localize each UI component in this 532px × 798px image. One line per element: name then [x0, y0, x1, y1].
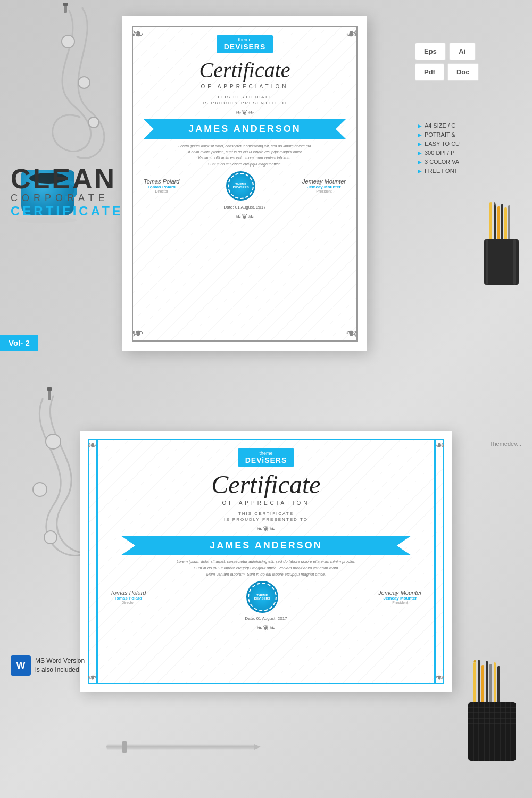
- corner-bl-decoration: ❧: [131, 321, 153, 342]
- svg-rect-25: [489, 664, 492, 708]
- msword-badge: W MS Word Version is also Included: [11, 655, 85, 676]
- cert-seal: THEME DEViSERS: [226, 171, 255, 201]
- svg-rect-10: [489, 202, 492, 245]
- side-accent-left: [96, 440, 98, 683]
- svg-rect-26: [494, 662, 496, 708]
- feature-text-5: 3 COLOR VA: [425, 159, 459, 165]
- cert-landscape-title: Certificate: [89, 470, 443, 499]
- word-icon: W: [11, 655, 31, 676]
- svg-rect-12: [497, 206, 500, 245]
- msword-line2: is also Included: [35, 666, 85, 675]
- cert-landscape-body: Lorem ipsum dolor sit amet, consectetur …: [110, 559, 422, 578]
- msword-text: MS Word Version is also Included: [35, 656, 85, 675]
- ls-sig2-name: Jemeay Mounter: [378, 589, 422, 596]
- svg-rect-11: [494, 205, 496, 245]
- seal-text: THEME DEViSERS: [233, 182, 249, 189]
- format-doc: Doc: [447, 63, 479, 81]
- pencil-holder-top: [473, 202, 527, 287]
- vol-number: 2: [25, 338, 29, 347]
- corner-ls-tl: ❧: [87, 438, 109, 460]
- logo-devisers: DEViSERS: [224, 43, 266, 51]
- pen-shape: [106, 744, 255, 750]
- cert-portrait-inner: ❧ ❧ ❧ ❧ theme DEViSERS Certificate OF AP…: [132, 26, 358, 342]
- format-row-2: Pdf Doc: [415, 63, 532, 81]
- certificate-landscape: ❧ ❧ ❧ ❧ theme DEViSERS Certificate OF AP…: [80, 431, 452, 692]
- cert-presented-line2: IS PROUDLY PRESENTED TO: [133, 101, 356, 105]
- feature-arrow-1: ▶: [418, 123, 422, 129]
- cert-landscape-inner: ❧ ❧ ❧ ❧ theme DEViSERS Certificate OF AP…: [88, 439, 444, 684]
- sig1-role: Director: [144, 189, 179, 193]
- svg-marker-17: [494, 202, 496, 205]
- theme-watermark: Themedev...: [489, 440, 521, 447]
- cert-landscape-date: Date: 01 August, 2017: [89, 616, 443, 621]
- corner-ls-bl: ❧: [87, 663, 109, 684]
- cert-portrait-name: JAMES ANDERSON: [144, 119, 346, 139]
- ls-sig1-name: Tomas Polard: [110, 589, 146, 596]
- sig-block-1: Tomas Polard Tomas Polard Director: [144, 178, 179, 193]
- cert-portrait-logo: theme DEViSERS: [133, 27, 356, 53]
- brand-certificate-label: CERTIFICATE: [11, 204, 123, 219]
- svg-rect-22: [478, 660, 480, 708]
- pen-bottom: [106, 739, 266, 755]
- brand-clean-label: CLEAN: [11, 165, 123, 193]
- svg-rect-23: [481, 665, 484, 708]
- feature-arrow-3: ▶: [418, 141, 422, 147]
- sig1-label: Tomas Polard: [144, 185, 179, 189]
- ls-sig2-label: Jemeay Mounter: [378, 596, 422, 601]
- feature-3: ▶ EASY TO CU: [418, 140, 524, 147]
- sig2-role: President: [302, 189, 346, 193]
- ls-sig2-role: President: [378, 601, 422, 604]
- feature-arrow-5: ▶: [418, 159, 422, 165]
- certificate-portrait: ❧ ❧ ❧ ❧ theme DEViSERS Certificate OF AP…: [122, 16, 367, 351]
- sig2-label: Jemeay Mounter: [302, 185, 346, 189]
- ls-seal-text: THEME DEViSERS: [254, 594, 270, 600]
- feature-2: ▶ POTRAIT &: [418, 131, 524, 138]
- cert-portrait-bottom-ornament: ❧❦❧: [133, 212, 356, 221]
- cert-portrait-date: Date: 01 August, 2017: [133, 205, 356, 210]
- svg-rect-20: [513, 239, 516, 285]
- pencil-holder-br-svg: [463, 660, 527, 766]
- pencil-holder-bottom-right: [463, 660, 527, 766]
- ls-sig1-label: Tomas Polard: [110, 596, 146, 601]
- logo-box: theme DEViSERS: [217, 35, 273, 53]
- cert-ls-bottom-ornament: ❧❦❧: [89, 624, 443, 632]
- corner-ls-tr: ❧: [423, 438, 445, 460]
- ls-logo-box: theme DEViSERS: [238, 448, 295, 467]
- pencil-holder-svg: [473, 202, 527, 287]
- feature-1: ▶ A4 SIZE / C: [418, 122, 524, 129]
- pen-tip: [254, 744, 261, 750]
- format-row-1: Eps Ai: [415, 43, 532, 60]
- cert-portrait-subtitle: OF APPRECIATION: [133, 84, 356, 89]
- svg-rect-21: [473, 662, 476, 708]
- cert-ls-presented-line1: THIS CERTIFICATE: [89, 511, 443, 516]
- ls-sig1-role: Director: [110, 601, 146, 604]
- pen-clip: [122, 741, 127, 753]
- format-panel: Eps Ai Pdf Doc: [415, 43, 532, 84]
- cert-portrait-body: Lorem ipsum dolor sit amet, consectetur …: [144, 143, 346, 167]
- ls-sig-block-1: Tomas Polard Tomas Polard Director: [110, 589, 146, 604]
- svg-rect-14: [504, 207, 507, 245]
- vol-label: Vol-: [9, 338, 23, 347]
- format-ai: Ai: [449, 43, 476, 60]
- ls-logo-theme: theme: [245, 451, 287, 456]
- svg-rect-24: [486, 661, 488, 708]
- feature-text-1: A4 SIZE / C: [425, 122, 455, 129]
- cert-presented-line1: THIS CERTIFICATE: [133, 95, 356, 99]
- svg-rect-15: [508, 205, 510, 245]
- corner-br-decoration: ❧: [337, 321, 358, 342]
- feature-arrow-4: ▶: [418, 150, 422, 156]
- corner-ls-br: ❧: [423, 663, 445, 684]
- feature-text-2: POTRAIT &: [425, 131, 455, 138]
- sig2-name: Jemeay Mounter: [302, 178, 346, 185]
- cert-landscape-subtitle: OF APPRECIATION: [89, 500, 443, 506]
- ls-logo-devisers: DEViSERS: [245, 456, 287, 464]
- cert-portrait-signatures: Tomas Polard Tomas Polard Director THEME…: [144, 171, 346, 201]
- svg-rect-27: [497, 666, 500, 708]
- feature-text-4: 300 DPI / P: [425, 149, 454, 156]
- corner-tr-decoration: ❧: [337, 25, 358, 46]
- svg-rect-30: [468, 702, 516, 761]
- side-accent-right: [434, 440, 436, 683]
- feature-text-3: EASY TO CU: [425, 140, 460, 147]
- msword-line1: MS Word Version: [35, 656, 85, 666]
- corner-tl-decoration: ❧: [131, 25, 153, 46]
